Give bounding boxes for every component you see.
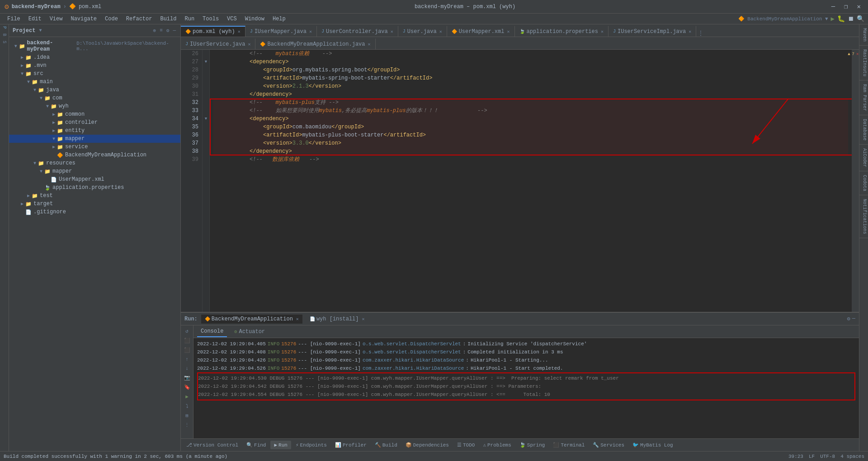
right-tab-maven[interactable]: Maven	[859, 24, 868, 46]
run-minimize-icon[interactable]: —	[852, 315, 855, 322]
menu-build[interactable]: Build	[156, 15, 180, 23]
run-camera-icon[interactable]: 📷	[183, 374, 191, 381]
right-tab-database[interactable]: Database	[859, 115, 868, 145]
menu-window[interactable]: Window	[241, 15, 268, 23]
run-button[interactable]: ▶	[831, 15, 835, 23]
menu-refactor[interactable]: Refactor	[123, 15, 156, 23]
menu-tools[interactable]: Tools	[199, 15, 222, 23]
tab-usercontroller-close[interactable]: ✕	[391, 29, 393, 34]
stop-button[interactable]: ⏹	[848, 15, 854, 23]
menu-edit[interactable]: Edit	[25, 15, 45, 23]
status-encoding[interactable]: UTF-8	[820, 454, 835, 459]
minimize-button[interactable]: —	[829, 2, 838, 11]
run-tab-backendapp-close[interactable]: ✕	[296, 316, 299, 322]
tab-usermapperxml[interactable]: 🔶 UserMapper.xml ✕	[447, 26, 515, 37]
panel-icon-gear[interactable]: ⚙	[165, 27, 170, 34]
bsb-tab-endpoints[interactable]: ⚡ Endpoints	[292, 441, 330, 449]
tab-iuserservice[interactable]: J IUserService.java ✕	[181, 38, 255, 49]
panel-icon-sync[interactable]: ≡	[159, 27, 164, 34]
bsb-tab-todo[interactable]: ☰ TODO	[453, 441, 478, 449]
bsb-tab-find[interactable]: 🔍 Find	[243, 441, 269, 449]
maximize-button[interactable]: ❐	[841, 2, 850, 11]
tree-item-idea[interactable]: ▶ 📁 .idea	[9, 53, 180, 61]
menu-navigate[interactable]: Navigate	[67, 15, 100, 23]
status-indent[interactable]: 4 spaces	[840, 454, 864, 459]
tab-pomxml[interactable]: 🔶 pom.xml (wyh) ✕	[181, 26, 245, 37]
tree-item-test[interactable]: ▶ 📁 test	[9, 192, 180, 200]
tab-iuserservice-close[interactable]: ✕	[248, 42, 250, 47]
status-line-ending[interactable]: LF	[809, 454, 815, 459]
fold-27[interactable]: ▼	[203, 58, 209, 66]
bsb-tab-version-control[interactable]: ⎇ Version Control	[183, 441, 242, 449]
tree-item-common[interactable]: ▶ 📁 common	[9, 110, 180, 118]
bsb-tab-build[interactable]: 🔨 Build	[371, 441, 401, 449]
tab-appprops-close[interactable]: ✕	[601, 29, 604, 34]
tab-pomxml-close[interactable]: ✕	[238, 29, 241, 34]
tab-backendapp[interactable]: 🔶 BackendMyDreamApplication.java ✕	[255, 38, 375, 49]
run-tab-wyh[interactable]: 📄 wyh [install] ✕	[306, 315, 368, 324]
menu-help[interactable]: Help	[269, 15, 289, 23]
debug-button[interactable]: 🐛	[837, 15, 845, 23]
tab-iusermapper-close[interactable]: ✕	[309, 29, 312, 34]
console-tab-console[interactable]: Console	[197, 326, 227, 337]
run-filter-icon[interactable]: ⬛	[183, 346, 191, 354]
tree-item-target[interactable]: ▶ 📁 target	[9, 200, 180, 208]
tree-item-app[interactable]: ▶ 🔶 BackendMyDreamApplication	[9, 151, 180, 159]
tab-appprops[interactable]: 🍃 application.properties ✕	[515, 26, 609, 37]
tab-user-close[interactable]: ✕	[439, 29, 442, 34]
tab-iuserserviceimpl[interactable]: J IUserServiceImpl.java ✕	[609, 26, 696, 37]
tree-item-mvn[interactable]: ▶ 📁 .mvn	[9, 61, 180, 70]
tab-backendapp-close[interactable]: ✕	[368, 42, 371, 47]
run-tab-wyh-close[interactable]: ✕	[362, 316, 365, 322]
run-down-icon[interactable]: ↓	[184, 365, 189, 372]
console-tab-actuator[interactable]: ⚙ Actuator	[231, 327, 269, 337]
tab-usermapperxml-close[interactable]: ✕	[507, 29, 509, 34]
code-content[interactable]: <!-- mybatis依赖 --> <dependency>	[210, 50, 852, 312]
tree-item-src[interactable]: ▼ 📁 src	[9, 70, 180, 78]
run-move-icon[interactable]: ⊞	[184, 412, 189, 419]
menu-view[interactable]: View	[46, 15, 66, 23]
run-settings-icon[interactable]: ⚙	[847, 315, 850, 322]
tree-item-mapper[interactable]: ▼ 📁 mapper	[9, 135, 180, 143]
search-everywhere[interactable]: 🔍	[857, 15, 864, 23]
panel-icon-minimize[interactable]: —	[172, 27, 177, 34]
structure-icon[interactable]: S	[2, 41, 7, 43]
tree-item-appprops[interactable]: ▶ 🍃 application.properties	[9, 183, 180, 192]
run-play-icon[interactable]: ▶	[184, 393, 189, 400]
bookmarks-icon[interactable]: B	[2, 33, 7, 36]
tree-item-root[interactable]: ▼ 📁 backend-myDream D:\Tools\JavaWorkSpa…	[9, 39, 180, 53]
run-tab-backendapp[interactable]: 🔶 BackendMyDreamApplication ✕	[201, 315, 302, 324]
tree-item-wyh[interactable]: ▼ 📁 wyh	[9, 102, 180, 110]
tree-item-service[interactable]: ▶ 📁 service	[9, 143, 180, 151]
bsb-tab-mybatis-log[interactable]: 🐦 MyBatis Log	[629, 441, 677, 449]
right-tab-aicoder[interactable]: AiCoder	[859, 145, 868, 171]
project-panel-dropdown[interactable]: ▼	[39, 28, 42, 33]
bsb-tab-profiler[interactable]: 📊 Profiler	[331, 441, 370, 449]
run-wrap-icon[interactable]: ⤵	[185, 402, 189, 410]
menu-run[interactable]: Run	[181, 15, 198, 23]
tree-item-mapper2[interactable]: ▼ 📁 mapper	[9, 167, 180, 175]
run-bookmark-icon[interactable]: 🔖	[183, 383, 191, 391]
run-stop-icon[interactable]: ⬛	[183, 337, 191, 344]
bsb-tab-run[interactable]: ▶ Run	[270, 441, 291, 449]
tree-item-java[interactable]: ▼ 📁 java	[9, 86, 180, 94]
bsb-tab-terminal[interactable]: ⬛ Terminal	[549, 441, 588, 449]
tree-item-entity[interactable]: ▶ 📁 entity	[9, 127, 180, 135]
menu-file[interactable]: File	[4, 15, 24, 23]
tab-overflow-icon[interactable]: ⋮	[698, 30, 703, 37]
right-tab-rastinsitu[interactable]: RastInsutu	[859, 46, 868, 80]
tree-item-resources[interactable]: ▼ 📁 resources	[9, 159, 180, 167]
run-up-icon[interactable]: ↑	[184, 356, 189, 363]
run-restart-icon[interactable]: ↺	[184, 327, 189, 335]
bsb-tab-problems[interactable]: ⚠ Problems	[479, 441, 514, 449]
tree-item-gitignore[interactable]: ▶ 📄 .gitignore	[9, 208, 180, 216]
tree-item-com[interactable]: ▼ 📁 com	[9, 94, 180, 102]
panel-icon-add[interactable]: ⊕	[152, 27, 157, 34]
bsb-tab-spring[interactable]: 🍃 Spring	[516, 441, 549, 449]
right-tab-notifications[interactable]: Notifications	[859, 195, 868, 238]
run-dots-icon[interactable]: ⋮	[184, 421, 190, 429]
tab-usercontroller[interactable]: J UserController.java ✕	[317, 26, 398, 37]
close-button[interactable]: ✕	[854, 2, 863, 11]
tree-item-main[interactable]: ▼ 📁 main	[9, 78, 180, 86]
tree-item-usermapper-xml[interactable]: ▶ 📄 UserMapper.xml	[9, 175, 180, 183]
